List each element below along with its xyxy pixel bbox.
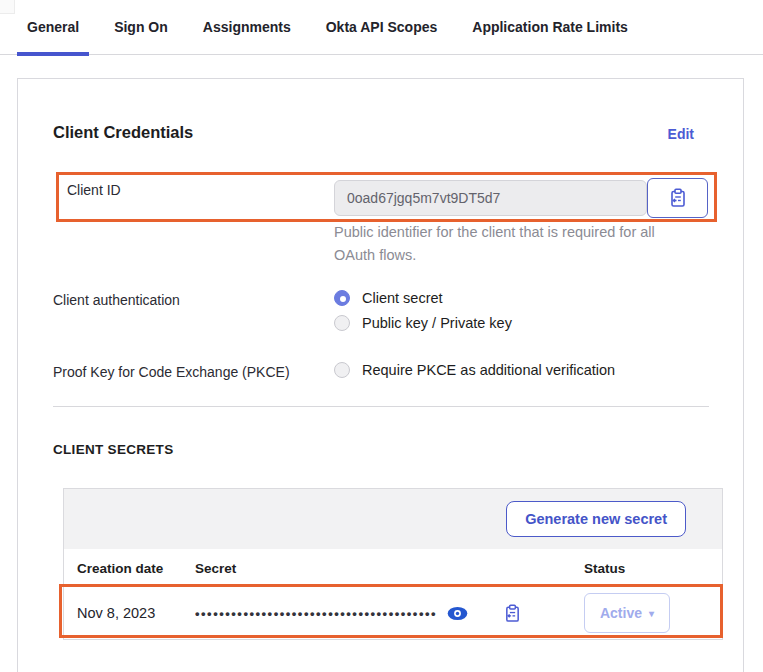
secret-value-cell: ••••••••••••••••••••••••••••••••••••••••	[195, 604, 584, 623]
client-id-help-text: Public identifier for the client that is…	[334, 221, 670, 267]
clipboard-icon	[669, 188, 687, 208]
client-secrets-table: Generate new secret Creation date Secret…	[63, 488, 723, 640]
public-private-key-radio[interactable]	[334, 315, 350, 331]
client-secret-radio-label: Client secret	[362, 290, 443, 306]
tab-okta-api-scopes[interactable]: Okta API Scopes	[316, 0, 448, 55]
secret-table-row: Nov 8, 2023 ••••••••••••••••••••••••••••…	[64, 587, 722, 639]
client-id-input[interactable]	[334, 180, 647, 216]
column-header-status: Status	[584, 561, 696, 576]
generate-new-secret-button[interactable]: Generate new secret	[506, 501, 686, 537]
column-header-creation-date: Creation date	[77, 561, 195, 576]
client-secret-radio[interactable]	[334, 290, 350, 306]
edit-link[interactable]: Edit	[668, 126, 694, 142]
client-id-label: Client ID	[67, 182, 121, 198]
client-credentials-title: Client Credentials	[53, 123, 193, 142]
client-authentication-label: Client authentication	[53, 292, 180, 308]
column-header-secret: Secret	[195, 561, 584, 576]
section-divider	[53, 406, 709, 407]
pkce-checkbox-row: Require PKCE as additional verification	[334, 362, 615, 378]
client-credentials-card: Client Credentials Edit Client ID Public…	[17, 78, 744, 672]
public-private-key-radio-label: Public key / Private key	[362, 315, 512, 331]
radio-row-public-private-key: Public key / Private key	[334, 315, 512, 331]
status-label: Active	[600, 605, 642, 621]
tab-sign-on[interactable]: Sign On	[104, 0, 178, 55]
radio-row-client-secret: Client secret	[334, 290, 443, 306]
copy-secret-button[interactable]	[504, 604, 521, 623]
tab-general[interactable]: General	[17, 0, 89, 55]
reveal-secret-button[interactable]	[447, 606, 468, 621]
secret-status-cell: Active ▾	[584, 593, 696, 633]
eye-icon	[447, 606, 468, 621]
tab-assignments[interactable]: Assignments	[193, 0, 301, 55]
pkce-label: Proof Key for Code Exchange (PKCE)	[53, 364, 290, 380]
client-secrets-title: CLIENT SECRETS	[53, 442, 173, 457]
okta-app-settings-page: General Sign On Assignments Okta API Sco…	[0, 0, 763, 672]
copy-client-id-button[interactable]	[647, 178, 708, 218]
secrets-table-toolbar: Generate new secret	[64, 489, 722, 549]
secret-status-dropdown[interactable]: Active ▾	[584, 593, 670, 633]
secrets-table-header: Creation date Secret Status	[64, 549, 722, 587]
masked-secret-value: ••••••••••••••••••••••••••••••••••••••••	[195, 606, 437, 621]
caret-down-icon: ▾	[649, 608, 654, 619]
tab-application-rate-limits[interactable]: Application Rate Limits	[462, 0, 638, 55]
app-tabs: General Sign On Assignments Okta API Sco…	[0, 0, 763, 55]
pkce-checkbox[interactable]	[334, 362, 350, 378]
pkce-checkbox-label: Require PKCE as additional verification	[362, 362, 615, 378]
clipboard-icon	[504, 604, 521, 623]
secret-creation-date: Nov 8, 2023	[77, 605, 195, 621]
